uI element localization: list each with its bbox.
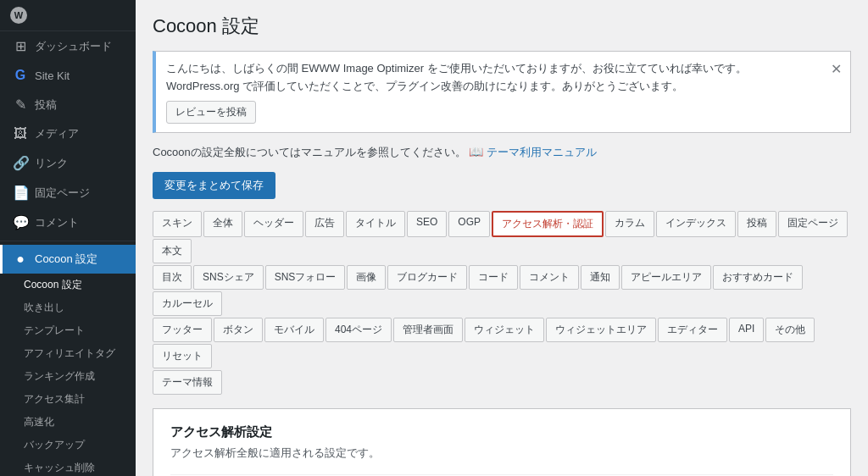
sidebar-item-sitekit[interactable]: G Site Kit <box>0 61 136 90</box>
posts-icon: ✎ <box>13 97 28 113</box>
manual-link[interactable]: テーマ利用マニュアル <box>487 146 597 158</box>
main-content: Cocoon 設定 ✕ こんにちは、しばらくの間 EWWW Image Opti… <box>136 0 868 476</box>
tab-seo[interactable]: SEO <box>407 211 447 237</box>
save-button[interactable]: 変更をまとめて保存 <box>153 172 275 199</box>
tab-api[interactable]: API <box>729 318 764 342</box>
tab-widget[interactable]: ウィジェット <box>465 318 544 342</box>
manual-link-area: Cocoonの設定全般についてはマニュアルを参照してください。 📖 テーマ利用マ… <box>153 145 851 160</box>
tab-title[interactable]: タイトル <box>346 211 405 237</box>
tab-mobile[interactable]: モバイル <box>264 318 324 342</box>
tab-reset[interactable]: リセット <box>153 344 212 368</box>
tab-sns-follow[interactable]: SNSフォロー <box>265 265 346 290</box>
tab-index[interactable]: インデックス <box>656 211 736 237</box>
tab-appeal[interactable]: アピールエリア <box>621 265 711 290</box>
sidebar-sub-backup[interactable]: バックアップ <box>0 434 136 457</box>
dashboard-icon: ⊞ <box>13 38 28 54</box>
tab-footer[interactable]: フッター <box>153 318 212 342</box>
tab-skin[interactable]: スキン <box>153 211 202 237</box>
pages-icon: 📄 <box>13 185 28 201</box>
tab-ogp[interactable]: OGP <box>448 211 490 237</box>
tab-comment[interactable]: コメント <box>520 265 579 290</box>
notice-text-line1: こんにちは、しばらくの間 EWWW Image Optimizer をご使用いた… <box>166 60 820 78</box>
tab-access[interactable]: アクセス解析・認証 <box>492 211 604 237</box>
tab-blog-card[interactable]: ブログカード <box>387 265 467 290</box>
sidebar-item-label: リンク <box>35 156 68 171</box>
sidebar-sub-affiliate[interactable]: アフィリエイトタグ <box>0 342 136 365</box>
sidebar-sub-speedup[interactable]: 高速化 <box>0 411 136 434</box>
tabs-container: スキン 全体 ヘッダー 広告 タイトル SEO OGP アクセス解析・認証 カラ… <box>153 211 851 395</box>
tab-column[interactable]: カラム <box>605 211 654 237</box>
sidebar-sub-cocoon-settings[interactable]: Cocoon 設定 <box>0 274 136 296</box>
comments-icon: 💬 <box>13 214 28 230</box>
sidebar-item-comments[interactable]: 💬 コメント <box>0 208 136 237</box>
tabs-row-2: 目次 SNSシェア SNSフォロー 画像 ブログカード コード コメント 通知 … <box>153 265 851 316</box>
tab-recommended[interactable]: おすすめカード <box>713 265 803 290</box>
divider <box>0 241 136 241</box>
tabs-row-1: スキン 全体 ヘッダー 広告 タイトル SEO OGP アクセス解析・認証 カラ… <box>153 211 851 263</box>
tab-image[interactable]: 画像 <box>347 265 386 290</box>
cocoon-icon: ● <box>13 252 28 267</box>
notice-close-button[interactable]: ✕ <box>831 58 842 80</box>
section-desc: アクセス解析全般に適用される設定です。 <box>170 446 833 461</box>
tab-ads[interactable]: 広告 <box>305 211 344 237</box>
review-button[interactable]: レビューを投稿 <box>166 101 256 124</box>
tab-other[interactable]: その他 <box>765 318 815 342</box>
sidebar-header: W <box>0 0 136 31</box>
tab-editor[interactable]: エディター <box>658 318 727 342</box>
sidebar-item-label: 投稿 <box>35 97 57 113</box>
tab-all[interactable]: 全体 <box>203 211 242 237</box>
tabs-row-3: フッター ボタン モバイル 404ページ 管理者画面 ウィジェット ウィジェット… <box>153 318 851 368</box>
sidebar-item-label: ダッシュボード <box>35 39 112 54</box>
sidebar-item-label: メディア <box>35 126 79 141</box>
sidebar-sub-fukidashi[interactable]: 吹き出し <box>0 296 136 319</box>
tab-admin[interactable]: 管理者画面 <box>393 318 463 342</box>
tabs-row-4: テーマ情報 <box>153 370 851 395</box>
sidebar: W ⊞ ダッシュボード G Site Kit ✎ 投稿 🖼 メディア 🔗 リンク… <box>0 0 136 476</box>
tab-carousel[interactable]: カルーセル <box>153 291 222 316</box>
tab-widget-area[interactable]: ウィジェットエリア <box>546 318 656 342</box>
links-icon: 🔗 <box>13 155 28 171</box>
sidebar-sub-access-gather[interactable]: アクセス集計 <box>0 388 136 411</box>
sidebar-sub-cache-clear[interactable]: キャッシュ削除 <box>0 457 136 476</box>
sidebar-item-pages[interactable]: 📄 固定ページ <box>0 178 136 208</box>
section-title: アクセス解析設定 <box>170 424 833 440</box>
content-box: アクセス解析設定 アクセス解析全般に適用される設定です。 解析全般 サイト管理者… <box>153 408 851 476</box>
tab-button[interactable]: ボタン <box>214 318 263 342</box>
wp-logo: W <box>10 7 27 24</box>
sidebar-item-links[interactable]: 🔗 リンク <box>0 148 136 178</box>
sidebar-item-cocoon[interactable]: ● Cocoon 設定 <box>0 245 136 274</box>
sidebar-item-label: 固定ページ <box>35 185 90 201</box>
sidebar-item-dashboard[interactable]: ⊞ ダッシュボード <box>0 31 136 61</box>
tab-toc[interactable]: 目次 <box>153 265 192 290</box>
tab-text[interactable]: 本文 <box>153 239 192 263</box>
page-title: Cocoon 設定 <box>153 14 851 39</box>
media-icon: 🖼 <box>13 126 28 141</box>
tab-code[interactable]: コード <box>469 265 518 290</box>
sidebar-item-posts[interactable]: ✎ 投稿 <box>0 90 136 119</box>
tab-404[interactable]: 404ページ <box>326 318 392 342</box>
sidebar-item-label: コメント <box>35 215 79 230</box>
sidebar-item-media[interactable]: 🖼 メディア <box>0 119 136 148</box>
tab-sns-share[interactable]: SNSシェア <box>193 265 264 290</box>
tab-fixed-pages[interactable]: 固定ページ <box>778 211 848 237</box>
sitekit-icon: G <box>13 68 28 83</box>
tab-header[interactable]: ヘッダー <box>244 211 303 237</box>
sidebar-sub-ranking[interactable]: ランキング作成 <box>0 365 136 388</box>
notice-text-line2: WordPress.org で評価していただくことで、プラグイン改善の助けになり… <box>166 78 820 96</box>
manual-link-icon: 📖 <box>469 145 483 158</box>
sidebar-sub-template[interactable]: テンプレート <box>0 319 136 342</box>
tab-posts[interactable]: 投稿 <box>737 211 776 237</box>
tab-theme-info[interactable]: テーマ情報 <box>153 370 222 395</box>
sidebar-item-label: Cocoon 設定 <box>35 252 97 267</box>
tab-notification[interactable]: 通知 <box>581 265 620 290</box>
sidebar-item-label: Site Kit <box>35 69 70 82</box>
notice-box: ✕ こんにちは、しばらくの間 EWWW Image Optimizer をご使用… <box>153 51 851 133</box>
